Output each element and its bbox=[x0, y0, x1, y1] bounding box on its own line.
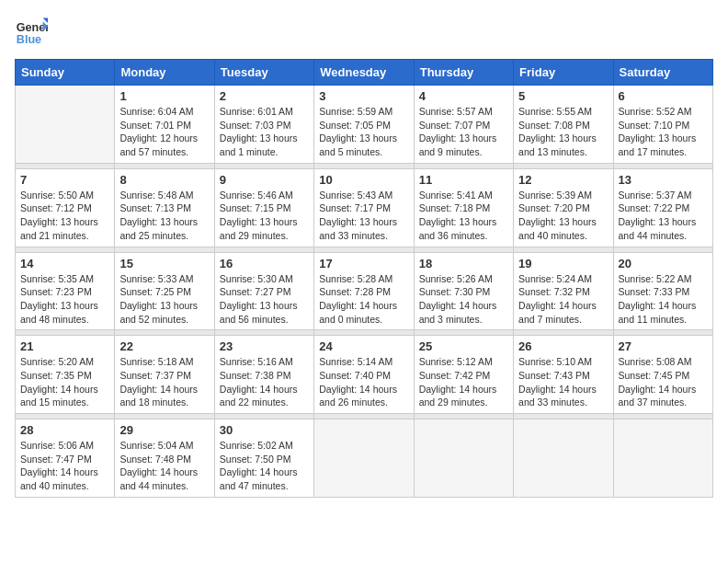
svg-text:Blue: Blue bbox=[17, 33, 41, 46]
day-number: 19 bbox=[518, 257, 608, 270]
day-number: 4 bbox=[419, 89, 508, 103]
calendar-cell: 19Sunrise: 5:24 AMSunset: 7:32 PMDayligh… bbox=[514, 252, 613, 330]
calendar-cell: 11Sunrise: 5:41 AMSunset: 7:18 PMDayligh… bbox=[414, 168, 513, 247]
calendar-cell: 22Sunrise: 5:18 AMSunset: 7:37 PMDayligh… bbox=[115, 336, 214, 414]
day-number: 3 bbox=[319, 89, 408, 103]
day-number: 8 bbox=[119, 173, 209, 187]
day-number: 22 bbox=[119, 339, 209, 353]
calendar-cell: 26Sunrise: 5:10 AMSunset: 7:43 PMDayligh… bbox=[514, 336, 613, 414]
calendar-cell: 27Sunrise: 5:08 AMSunset: 7:45 PMDayligh… bbox=[613, 336, 712, 414]
calendar-cell: 17Sunrise: 5:28 AMSunset: 7:28 PMDayligh… bbox=[314, 252, 414, 330]
day-number: 21 bbox=[20, 339, 109, 353]
day-info: Sunrise: 5:10 AMSunset: 7:43 PMDaylight:… bbox=[518, 355, 608, 409]
day-number: 23 bbox=[220, 339, 309, 353]
day-number: 27 bbox=[619, 339, 708, 353]
day-info: Sunrise: 5:02 AMSunset: 7:50 PMDaylight:… bbox=[220, 439, 309, 493]
day-info: Sunrise: 5:41 AMSunset: 7:18 PMDaylight:… bbox=[419, 189, 508, 243]
calendar-cell: 14Sunrise: 5:35 AMSunset: 7:23 PMDayligh… bbox=[16, 252, 115, 330]
page-header: General Blue bbox=[15, 15, 713, 48]
calendar-cell bbox=[613, 419, 712, 498]
day-info: Sunrise: 5:12 AMSunset: 7:42 PMDaylight:… bbox=[419, 355, 508, 409]
calendar-week-row: 21Sunrise: 5:20 AMSunset: 7:35 PMDayligh… bbox=[16, 336, 713, 414]
calendar-cell: 28Sunrise: 5:06 AMSunset: 7:47 PMDayligh… bbox=[16, 419, 115, 498]
day-number: 17 bbox=[319, 257, 408, 270]
day-info: Sunrise: 5:14 AMSunset: 7:40 PMDaylight:… bbox=[319, 355, 408, 409]
day-info: Sunrise: 5:37 AMSunset: 7:22 PMDaylight:… bbox=[619, 189, 708, 243]
day-number: 12 bbox=[518, 173, 608, 187]
day-info: Sunrise: 5:22 AMSunset: 7:33 PMDaylight:… bbox=[619, 272, 708, 327]
calendar-week-row: 14Sunrise: 5:35 AMSunset: 7:23 PMDayligh… bbox=[16, 252, 713, 330]
calendar-cell: 15Sunrise: 5:33 AMSunset: 7:25 PMDayligh… bbox=[115, 252, 214, 330]
calendar-cell: 20Sunrise: 5:22 AMSunset: 7:33 PMDayligh… bbox=[613, 252, 712, 330]
day-number: 20 bbox=[619, 257, 708, 270]
day-info: Sunrise: 6:01 AMSunset: 7:03 PMDaylight:… bbox=[220, 105, 309, 159]
calendar-cell: 29Sunrise: 5:04 AMSunset: 7:48 PMDayligh… bbox=[115, 419, 214, 498]
calendar-cell: 8Sunrise: 5:48 AMSunset: 7:13 PMDaylight… bbox=[115, 168, 214, 247]
day-info: Sunrise: 6:04 AMSunset: 7:01 PMDaylight:… bbox=[119, 105, 209, 159]
calendar-cell: 18Sunrise: 5:26 AMSunset: 7:30 PMDayligh… bbox=[414, 252, 513, 330]
calendar-cell: 2Sunrise: 6:01 AMSunset: 7:03 PMDaylight… bbox=[214, 86, 313, 164]
logo: General Blue bbox=[15, 15, 48, 48]
day-number: 25 bbox=[419, 339, 508, 353]
calendar-week-row: 7Sunrise: 5:50 AMSunset: 7:12 PMDaylight… bbox=[16, 168, 713, 247]
calendar-cell: 10Sunrise: 5:43 AMSunset: 7:17 PMDayligh… bbox=[314, 168, 414, 247]
day-number: 7 bbox=[20, 173, 109, 187]
calendar-cell: 23Sunrise: 5:16 AMSunset: 7:38 PMDayligh… bbox=[214, 336, 313, 414]
day-number: 16 bbox=[220, 257, 309, 270]
day-info: Sunrise: 5:39 AMSunset: 7:20 PMDaylight:… bbox=[518, 189, 608, 243]
day-info: Sunrise: 5:18 AMSunset: 7:37 PMDaylight:… bbox=[119, 355, 209, 409]
day-number: 5 bbox=[518, 89, 608, 103]
calendar-cell: 5Sunrise: 5:55 AMSunset: 7:08 PMDaylight… bbox=[514, 86, 613, 164]
calendar-cell: 13Sunrise: 5:37 AMSunset: 7:22 PMDayligh… bbox=[613, 168, 712, 247]
calendar-cell: 4Sunrise: 5:57 AMSunset: 7:07 PMDaylight… bbox=[414, 86, 513, 164]
calendar-cell: 16Sunrise: 5:30 AMSunset: 7:27 PMDayligh… bbox=[214, 252, 313, 330]
day-info: Sunrise: 5:33 AMSunset: 7:25 PMDaylight:… bbox=[119, 272, 209, 327]
calendar-cell bbox=[414, 419, 513, 498]
day-info: Sunrise: 5:06 AMSunset: 7:47 PMDaylight:… bbox=[20, 439, 109, 493]
day-info: Sunrise: 5:50 AMSunset: 7:12 PMDaylight:… bbox=[20, 189, 109, 243]
calendar-week-row: 28Sunrise: 5:06 AMSunset: 7:47 PMDayligh… bbox=[16, 419, 713, 498]
calendar-cell: 25Sunrise: 5:12 AMSunset: 7:42 PMDayligh… bbox=[414, 336, 513, 414]
day-number: 29 bbox=[119, 423, 209, 437]
day-number: 1 bbox=[119, 89, 209, 103]
day-info: Sunrise: 5:20 AMSunset: 7:35 PMDaylight:… bbox=[20, 355, 109, 409]
calendar-cell bbox=[314, 419, 414, 498]
calendar-cell: 7Sunrise: 5:50 AMSunset: 7:12 PMDaylight… bbox=[16, 168, 115, 247]
calendar-table: SundayMondayTuesdayWednesdayThursdayFrid… bbox=[15, 59, 713, 498]
day-info: Sunrise: 5:24 AMSunset: 7:32 PMDaylight:… bbox=[518, 272, 608, 327]
day-number: 18 bbox=[419, 257, 508, 270]
day-number: 15 bbox=[119, 257, 209, 270]
day-header-thursday: Thursday bbox=[414, 60, 513, 86]
calendar-cell: 3Sunrise: 5:59 AMSunset: 7:05 PMDaylight… bbox=[314, 86, 414, 164]
calendar-week-row: 1Sunrise: 6:04 AMSunset: 7:01 PMDaylight… bbox=[16, 86, 713, 164]
calendar-cell: 24Sunrise: 5:14 AMSunset: 7:40 PMDayligh… bbox=[314, 336, 414, 414]
day-info: Sunrise: 5:04 AMSunset: 7:48 PMDaylight:… bbox=[119, 439, 209, 493]
day-info: Sunrise: 5:55 AMSunset: 7:08 PMDaylight:… bbox=[518, 105, 608, 159]
day-header-sunday: Sunday bbox=[16, 60, 115, 86]
day-number: 28 bbox=[20, 423, 109, 437]
day-info: Sunrise: 5:59 AMSunset: 7:05 PMDaylight:… bbox=[319, 105, 408, 159]
day-number: 2 bbox=[220, 89, 309, 103]
day-header-friday: Friday bbox=[514, 60, 613, 86]
calendar-cell bbox=[16, 86, 115, 164]
day-info: Sunrise: 5:43 AMSunset: 7:17 PMDaylight:… bbox=[319, 189, 408, 243]
day-number: 13 bbox=[619, 173, 708, 187]
calendar-cell: 21Sunrise: 5:20 AMSunset: 7:35 PMDayligh… bbox=[16, 336, 115, 414]
day-header-wednesday: Wednesday bbox=[314, 60, 414, 86]
calendar-header-row: SundayMondayTuesdayWednesdayThursdayFrid… bbox=[16, 60, 713, 86]
day-info: Sunrise: 5:28 AMSunset: 7:28 PMDaylight:… bbox=[319, 272, 408, 327]
calendar-cell: 12Sunrise: 5:39 AMSunset: 7:20 PMDayligh… bbox=[514, 168, 613, 247]
day-header-monday: Monday bbox=[115, 60, 214, 86]
day-info: Sunrise: 5:46 AMSunset: 7:15 PMDaylight:… bbox=[220, 189, 309, 243]
calendar-cell: 9Sunrise: 5:46 AMSunset: 7:15 PMDaylight… bbox=[214, 168, 313, 247]
day-number: 26 bbox=[518, 339, 608, 353]
day-number: 10 bbox=[319, 173, 408, 187]
day-info: Sunrise: 5:35 AMSunset: 7:23 PMDaylight:… bbox=[20, 272, 109, 327]
day-number: 9 bbox=[220, 173, 309, 187]
day-number: 24 bbox=[319, 339, 408, 353]
day-number: 11 bbox=[419, 173, 508, 187]
day-header-tuesday: Tuesday bbox=[214, 60, 313, 86]
day-info: Sunrise: 5:16 AMSunset: 7:38 PMDaylight:… bbox=[220, 355, 309, 409]
day-info: Sunrise: 5:52 AMSunset: 7:10 PMDaylight:… bbox=[619, 105, 708, 159]
day-info: Sunrise: 5:26 AMSunset: 7:30 PMDaylight:… bbox=[419, 272, 508, 327]
